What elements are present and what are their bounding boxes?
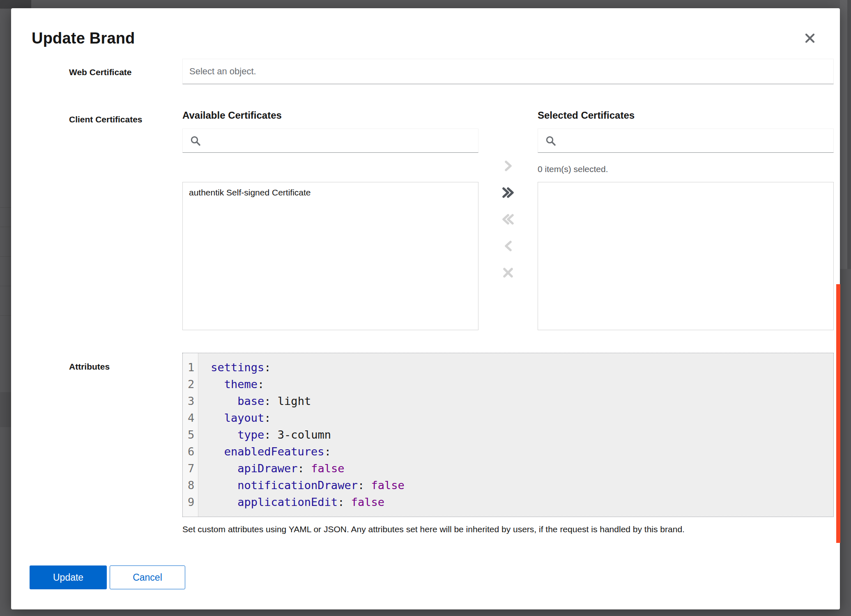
selected-search-input[interactable]: [561, 136, 826, 146]
background-table-row-divider: [0, 207, 11, 208]
attributes-row: Attributes 123456789 settings: theme: ba…: [11, 353, 840, 535]
available-heading: Available Certificates: [182, 110, 478, 121]
code-line-number: 2: [188, 376, 194, 393]
update-brand-modal: Update Brand Web Certificate Select an o…: [11, 8, 840, 609]
background-table-row-divider: [0, 286, 11, 286]
cancel-button[interactable]: Cancel: [110, 565, 185, 589]
modal-header: Update Brand: [11, 8, 840, 47]
code-line-number: 5: [188, 426, 194, 443]
selected-certificates-list[interactable]: [538, 182, 834, 330]
code-line-number: 8: [188, 477, 194, 494]
background-header-fragment: [0, 0, 31, 9]
web-certificate-row: Web Certificate Select an object.: [11, 59, 840, 84]
dual-list-selector: Available Certificates authentik Self-si…: [182, 110, 834, 330]
move-selected-right-button[interactable]: [500, 158, 516, 174]
close-button[interactable]: [803, 31, 817, 45]
move-all-right-button[interactable]: [500, 184, 516, 201]
background-table-row-divider: [0, 256, 11, 257]
transfer-controls: [478, 158, 538, 330]
code-line-number: 6: [188, 443, 194, 460]
search-icon: [545, 136, 556, 146]
code-line: notificationDrawer: false: [211, 477, 833, 494]
code-line-numbers: 123456789: [183, 353, 198, 517]
client-certificates-label: Client Certificates: [69, 110, 182, 330]
available-pane: Available Certificates authentik Self-si…: [182, 110, 478, 330]
background-table-row-divider: [0, 227, 11, 227]
client-certificates-row: Client Certificates Available Certificat…: [11, 110, 840, 330]
code-line: settings:: [211, 359, 833, 376]
search-icon: [190, 136, 201, 146]
attributes-label: Attributes: [69, 353, 182, 535]
web-certificate-label: Web Certificate: [69, 59, 182, 84]
move-selected-left-button[interactable]: [500, 238, 516, 254]
code-line: theme:: [211, 376, 833, 393]
move-all-left-button[interactable]: [500, 211, 516, 228]
attributes-code-editor[interactable]: 123456789 settings: theme: base: light l…: [182, 353, 834, 517]
angle-left-icon: [504, 240, 513, 252]
available-search-input[interactable]: [206, 136, 471, 146]
angle-right-icon: [504, 160, 513, 172]
code-line-number: 4: [188, 409, 194, 426]
attributes-help-text: Set custom attributes using YAML or JSON…: [182, 524, 834, 535]
double-angle-right-icon: [501, 186, 515, 199]
orange-alert-bar: [836, 284, 840, 543]
code-line-number: 3: [188, 393, 194, 409]
code-line: applicationEdit: false: [211, 494, 833, 510]
selected-pane: Selected Certificates 0 item(s) selected…: [538, 110, 834, 330]
code-content[interactable]: settings: theme: base: light layout: typ…: [198, 353, 833, 517]
web-certificate-select[interactable]: Select an object.: [182, 59, 834, 84]
modal-title: Update Brand: [32, 30, 815, 47]
background-table-row-divider: [0, 315, 11, 316]
code-line: layout:: [211, 409, 833, 426]
code-line-number: 9: [188, 494, 194, 510]
double-angle-left-icon: [501, 213, 515, 225]
code-line: enabledFeatures:: [211, 443, 833, 460]
selected-count-status: 0 item(s) selected.: [538, 164, 834, 174]
available-search: [182, 129, 478, 153]
clear-selection-button[interactable]: [500, 264, 516, 281]
available-certificate-item[interactable]: authentik Self-signed Certificate: [183, 182, 478, 203]
selected-heading: Selected Certificates: [538, 110, 834, 121]
background-scrollbar: [847, 0, 851, 269]
code-line: type: 3-column: [211, 426, 833, 443]
close-icon: [805, 33, 815, 44]
selected-search: [538, 129, 834, 153]
update-button[interactable]: Update: [30, 565, 107, 589]
code-line: apiDrawer: false: [211, 460, 833, 477]
modal-footer: Update Cancel: [11, 565, 840, 589]
background-table-row-fragment: [0, 392, 11, 427]
available-certificates-list[interactable]: authentik Self-signed Certificate: [182, 182, 478, 330]
code-line-number: 1: [188, 359, 194, 376]
times-icon: [502, 267, 514, 278]
code-line-number: 7: [188, 460, 194, 477]
web-certificate-placeholder: Select an object.: [189, 66, 256, 77]
code-line: base: light: [211, 393, 833, 409]
